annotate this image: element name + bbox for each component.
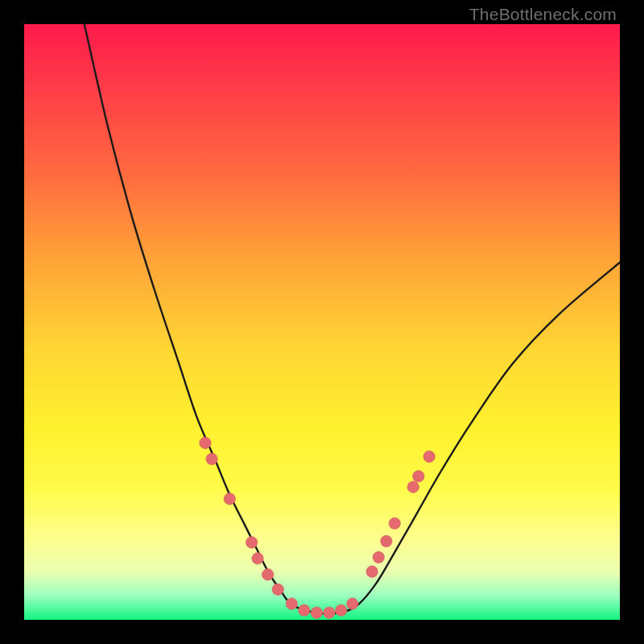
- curve-markers: [200, 437, 436, 618]
- curve-marker: [413, 470, 424, 481]
- curve-marker: [407, 481, 419, 493]
- curve-marker: [373, 551, 384, 563]
- curve-marker: [299, 605, 310, 616]
- curve-marker: [206, 453, 217, 464]
- curve-marker: [200, 437, 211, 448]
- watermark-text: TheBottleneck.com: [469, 5, 617, 24]
- curve-marker: [224, 493, 235, 505]
- curve-marker: [252, 553, 263, 564]
- chart-svg: [24, 24, 620, 620]
- curve-marker: [389, 518, 400, 529]
- curve-marker: [423, 451, 435, 462]
- curve-marker: [272, 584, 283, 595]
- curve-marker: [381, 535, 392, 547]
- curve-marker: [366, 566, 378, 577]
- chart-plot-area: [24, 24, 620, 620]
- curve-path: [85, 24, 620, 613]
- curve-marker: [311, 607, 322, 618]
- curve-marker: [335, 605, 346, 616]
- curve-marker: [286, 598, 297, 609]
- curve-marker: [262, 569, 273, 580]
- curve-marker: [246, 537, 257, 548]
- curve-marker: [347, 598, 358, 609]
- curve-marker: [324, 607, 335, 618]
- chart-frame: TheBottleneck.com: [0, 0, 644, 644]
